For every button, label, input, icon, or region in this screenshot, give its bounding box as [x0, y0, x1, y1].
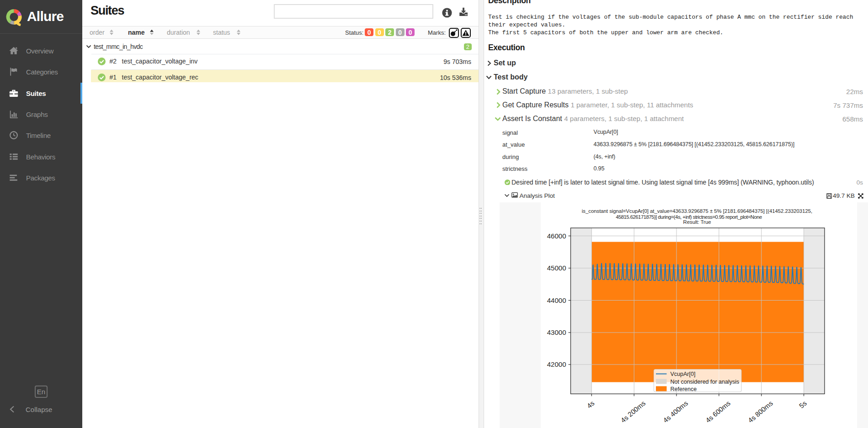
svg-text:Reference: Reference: [671, 386, 697, 392]
svg-text:42000: 42000: [547, 360, 566, 368]
svg-text:Not considered for analysis: Not considered for analysis: [671, 379, 740, 385]
svg-text:43000: 43000: [547, 328, 566, 336]
svg-text:46000: 46000: [547, 232, 566, 240]
svg-text:44000: 44000: [547, 296, 566, 304]
svg-text:45000: 45000: [547, 264, 566, 272]
svg-text:Result: True: Result: True: [683, 219, 711, 225]
svg-text:VcupAr[0]: VcupAr[0]: [671, 371, 696, 377]
svg-text:is_constant signal=VcupAr[0] a: is_constant signal=VcupAr[0] at_value=43…: [582, 208, 812, 214]
